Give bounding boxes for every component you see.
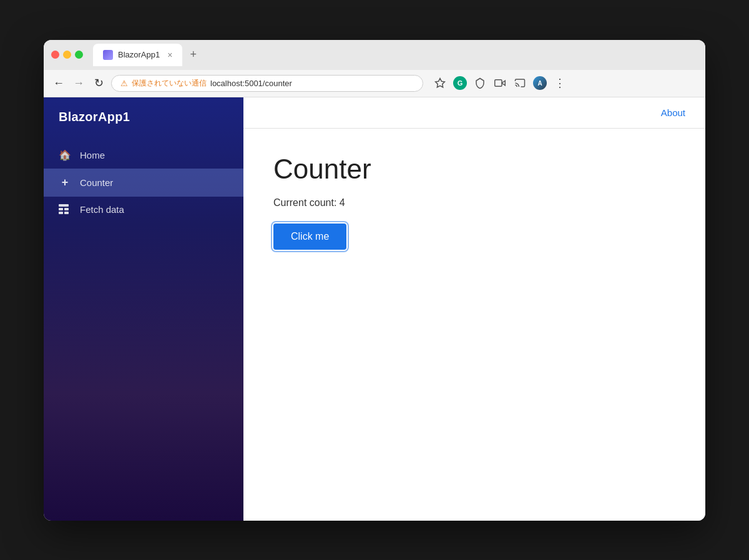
sidebar: BlazorApp1 🏠 Home + Counter (44, 97, 243, 521)
sidebar-item-fetchdata[interactable]: Fetch data (44, 197, 243, 222)
main-content: About Counter Current count: 4 Click me (243, 97, 705, 521)
current-count-label: Current count: 4 (273, 197, 675, 209)
browser-window: BlazorApp1 × + ← → ↻ ⚠ 保護されていない通信 localh… (44, 40, 705, 521)
traffic-lights (51, 51, 83, 59)
minimize-button[interactable] (63, 51, 71, 59)
profile-icon[interactable]: A (533, 76, 547, 90)
page-title: Counter (273, 154, 675, 185)
tab-close-button[interactable]: × (167, 50, 172, 60)
sidebar-item-counter-label: Counter (80, 177, 113, 188)
maximize-button[interactable] (75, 51, 83, 59)
sidebar-item-home-label: Home (80, 150, 105, 160)
tab-favicon (103, 50, 113, 60)
click-me-button[interactable]: Click me (273, 224, 346, 250)
home-icon: 🏠 (59, 149, 71, 161)
forward-button[interactable]: → (71, 77, 86, 90)
fetchdata-icon (59, 204, 71, 214)
svg-rect-1 (495, 80, 502, 87)
svg-marker-0 (436, 79, 445, 87)
url-bar[interactable]: ⚠ 保護されていない通信 localhost:5001/counter (111, 75, 423, 92)
url-text: localhost:5001/counter (210, 79, 292, 88)
bookmark-icon[interactable] (433, 76, 447, 90)
toolbar-icons: G A ⋮ (433, 76, 567, 90)
address-bar: ← → ↻ ⚠ 保護されていない通信 localhost:5001/counte… (44, 70, 705, 97)
app-brand: BlazorApp1 (44, 97, 243, 137)
about-link[interactable]: About (661, 107, 685, 118)
brave-icon[interactable] (473, 76, 487, 90)
sidebar-item-counter[interactable]: + Counter (44, 169, 243, 197)
sidebar-item-fetchdata-label: Fetch data (80, 204, 124, 215)
refresh-button[interactable]: ↻ (91, 76, 106, 90)
close-button[interactable] (51, 51, 59, 59)
cast-icon[interactable] (513, 76, 527, 90)
security-warning-icon: ⚠ (120, 79, 128, 88)
tab-title: BlazorApp1 (118, 50, 160, 59)
app-content: BlazorApp1 🏠 Home + Counter (44, 97, 705, 521)
new-tab-button[interactable]: + (190, 48, 197, 61)
browser-tab[interactable]: BlazorApp1 × (93, 44, 182, 66)
sidebar-nav: 🏠 Home + Counter (44, 137, 243, 227)
grammarly-icon[interactable]: G (453, 76, 467, 90)
sidebar-item-home[interactable]: 🏠 Home (44, 142, 243, 169)
main-header: About (243, 97, 705, 129)
insecure-label: 保護されていない通信 (132, 78, 207, 89)
main-body: Counter Current count: 4 Click me (243, 129, 705, 521)
camera-icon[interactable] (493, 76, 507, 90)
counter-icon: + (59, 176, 71, 189)
more-options-button[interactable]: ⋮ (553, 76, 567, 90)
back-button[interactable]: ← (51, 77, 66, 90)
title-bar: BlazorApp1 × + (44, 40, 705, 70)
